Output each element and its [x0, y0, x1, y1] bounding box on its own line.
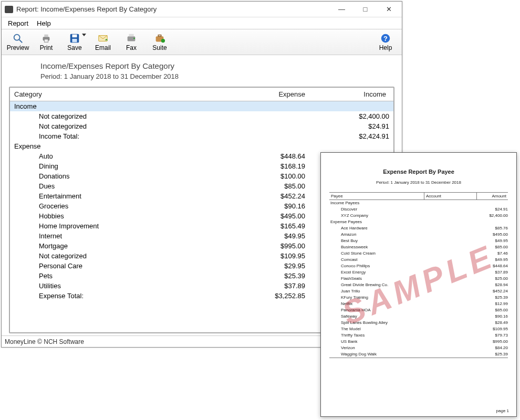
sample-grid: Payee Account Amount Income PayeesDiscov… [329, 192, 508, 358]
cell-expense: $3,252.85 [236, 291, 309, 301]
printer-icon [39, 33, 53, 44]
cell-expense: $90.16 [236, 201, 309, 211]
sample-col-account: Account [424, 193, 476, 200]
svg-rect-4 [44, 39, 48, 43]
envelope-icon [96, 33, 110, 44]
cell-expense: $452.24 [236, 191, 309, 201]
cell-expense: $29.95 [236, 261, 309, 271]
svg-point-14 [161, 39, 165, 43]
cell-expense: $100.00 [236, 171, 309, 181]
col-expense[interactable]: Expense [236, 88, 309, 101]
menu-help[interactable]: Help [33, 18, 55, 28]
table-row[interactable]: Not categorized$24.91 [10, 121, 393, 131]
cell-income: $2,424.91 [309, 131, 393, 141]
sample-row: Businessweek$85.00 [329, 244, 508, 250]
chevron-down-icon[interactable] [82, 34, 86, 36]
sample-row: Safeway$90.16 [329, 313, 508, 320]
maximize-button[interactable]: □ [353, 2, 377, 17]
fax-button[interactable]: Fax [117, 30, 145, 54]
cell-expense [236, 131, 309, 141]
sample-col-payee: Payee [329, 193, 424, 200]
cell-expense [236, 141, 309, 151]
cell-expense: $109.95 [236, 251, 309, 261]
cell-expense: $25.39 [236, 271, 309, 281]
sample-row: Conoco Phillips$448.64 [329, 263, 508, 269]
table-row[interactable]: Income Total:$2,424.91 [10, 131, 393, 141]
menu-report[interactable]: Report [4, 18, 33, 28]
cell-income [309, 141, 393, 151]
sample-row: Income Payees [329, 200, 508, 206]
svg-line-1 [19, 40, 23, 43]
sample-row: Cold Stone Cream$7.46 [329, 250, 508, 257]
sample-title: Expense Report By Payee [329, 169, 508, 175]
close-button[interactable]: ✕ [377, 2, 401, 17]
sample-row: XYZ Company$2,400.00 [329, 213, 508, 219]
cell-expense: $85.00 [236, 181, 309, 191]
print-button[interactable]: Print [32, 30, 60, 54]
preview-button[interactable]: Preview [4, 30, 32, 54]
cell-category: Pets [10, 271, 236, 281]
sample-row: Netflix$12.99 [329, 301, 508, 307]
cell-category: Not categorized [10, 251, 236, 261]
briefcase-icon [153, 33, 167, 44]
sample-row: Panorama HOA$85.00 [329, 307, 508, 313]
cell-category: Groceries [10, 201, 236, 211]
svg-point-0 [14, 35, 20, 40]
minimize-button[interactable]: ― [330, 2, 353, 17]
app-icon [5, 6, 13, 13]
table-row[interactable]: Expense [10, 141, 393, 151]
cell-expense [236, 111, 309, 121]
cell-category: Dining [10, 161, 236, 171]
sample-report: SAMPLE Expense Report By Payee Period: 1… [320, 152, 517, 417]
cell-income: $2,400.00 [309, 111, 393, 121]
sample-row: Discover$24.91 [329, 206, 508, 213]
sample-row: Best Buy$49.95 [329, 238, 508, 244]
sample-row: Great Divide Brewing Co.$28.94 [329, 282, 508, 288]
cell-expense: $168.19 [236, 161, 309, 171]
sample-period: Period: 1 January 2018 to 31 December 20… [329, 180, 508, 185]
help-button[interactable]: ? Help [371, 30, 400, 54]
email-button[interactable]: Email [89, 30, 117, 54]
menu-bar: Report Help [2, 17, 402, 29]
col-category[interactable]: Category [10, 88, 236, 101]
svg-rect-13 [158, 35, 161, 37]
suite-button[interactable]: Suite [145, 30, 174, 54]
save-button[interactable]: Save [60, 30, 89, 54]
cell-expense: $995.00 [236, 241, 309, 251]
report-period: Period: 1 January 2018 to 31 December 20… [9, 71, 394, 87]
grid-header: Category Expense Income [10, 88, 393, 101]
sample-row: The Model$109.95 [329, 326, 508, 332]
cell-income [309, 101, 393, 111]
preview-label: Preview [7, 44, 29, 51]
fax-icon [124, 33, 138, 44]
title-bar: Report: Income/Expenses Report By Catego… [2, 2, 402, 17]
sample-row: KFury Training$25.39 [329, 295, 508, 301]
cell-category: Personal Care [10, 261, 236, 271]
svg-rect-7 [72, 39, 77, 42]
table-row[interactable]: Not categorized$2,400.00 [10, 111, 393, 121]
help-label: Help [379, 44, 392, 51]
sample-row: US Bank$995.00 [329, 339, 508, 345]
cell-category: Expense [10, 141, 236, 151]
cell-expense: $448.64 [236, 151, 309, 161]
cell-category: Income Total: [10, 131, 236, 141]
suite-label: Suite [152, 44, 167, 51]
svg-rect-10 [129, 34, 133, 37]
cell-category: Not categorized [10, 121, 236, 131]
cell-expense: $37.89 [236, 281, 309, 291]
table-row[interactable]: Income [10, 101, 393, 111]
sample-row: Ace Hardware$85.76 [329, 225, 508, 232]
cell-expense: $165.49 [236, 221, 309, 231]
cell-category: Income [10, 101, 236, 111]
svg-text:?: ? [383, 35, 388, 43]
cell-category: Home Improvement [10, 221, 236, 231]
sample-row: FlashSeats$25.00 [329, 276, 508, 282]
cell-category: Entertainment [10, 191, 236, 201]
email-label: Email [95, 44, 111, 51]
col-income[interactable]: Income [309, 88, 393, 101]
svg-rect-6 [72, 35, 77, 38]
sample-row: Thrifty Taxes$79.73 [329, 332, 508, 339]
window-title: Report: Income/Expenses Report By Catego… [16, 5, 330, 13]
sample-row: Amazon$495.00 [329, 232, 508, 238]
cell-expense: $49.95 [236, 231, 309, 241]
